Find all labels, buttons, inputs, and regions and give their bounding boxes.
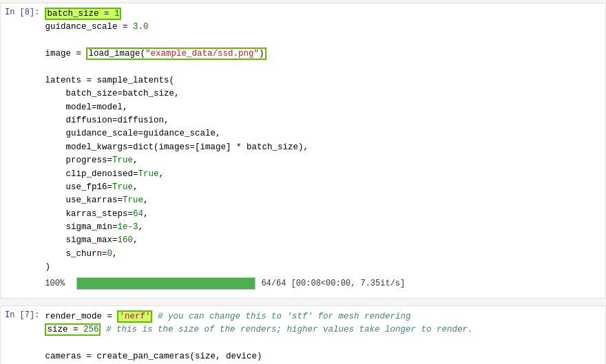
- code-line: guidance_scale = 3.0: [45, 21, 600, 34]
- size-highlight: size = 256: [45, 323, 101, 336]
- code-line: [45, 34, 600, 47]
- code-line: karras_steps=64,: [45, 208, 600, 221]
- code-line: size = 256 # this is the size of the ren…: [45, 323, 600, 336]
- code-line: image = load_image("example_data/ssd.png…: [45, 47, 600, 61]
- code-line: sigma_max=160,: [45, 234, 600, 247]
- code-line: s_churn=0,: [45, 248, 600, 261]
- code-line: [45, 336, 600, 350]
- cell-7: In [7]: render_mode = 'nerf' # you can c…: [0, 306, 606, 365]
- load-image-highlight: load_image("example_data/ssd.png"): [86, 47, 266, 60]
- code-line: [45, 61, 600, 74]
- code-line: cameras = create_pan_cameras(size, devic…: [45, 350, 600, 363]
- code-line: clip_denoised=True,: [45, 168, 600, 181]
- code-line: use_fp16=True,: [45, 181, 600, 194]
- code-line: use_karras=True,: [45, 194, 600, 207]
- cell-label-7: In [7]:: [1, 306, 42, 320]
- progress-area: 100% 64/64 [00:08<00:00, 7.35it/s]: [45, 275, 600, 294]
- code-line: batch_size=batch_size,: [45, 87, 600, 100]
- notebook-container: In [8]: batch_size = 1 guidance_scale = …: [0, 0, 606, 364]
- cell-divider: [0, 300, 606, 306]
- cell-content-8: batch_size = 1 guidance_scale = 3.0 imag…: [42, 3, 605, 298]
- progress-label: 100%: [45, 279, 71, 288]
- code-line: render_mode = 'nerf' # you can change th…: [45, 310, 600, 323]
- code-line: diffusion=diffusion,: [45, 114, 600, 127]
- cell-label-8: In [8]:: [1, 3, 42, 17]
- progress-bar: [76, 277, 255, 290]
- batch-size-highlight: batch_size = 1: [45, 8, 121, 20]
- code-line: progress=True,: [45, 154, 600, 167]
- code-line: ): [45, 261, 600, 274]
- code-line: model=model,: [45, 101, 600, 114]
- cell-8: In [8]: batch_size = 1 guidance_scale = …: [0, 3, 606, 299]
- cell-content-7: render_mode = 'nerf' # you can change th…: [42, 306, 605, 365]
- code-line: batch_size = 1: [45, 8, 600, 21]
- code-line: latents = sample_latents(: [45, 74, 600, 87]
- code-line: model_kwargs=dict(images=[image] * batch…: [45, 141, 600, 154]
- render-mode-highlight: 'nerf': [117, 310, 152, 323]
- code-line: sigma_min=1e-3,: [45, 221, 600, 234]
- progress-info: 64/64 [00:08<00:00, 7.35it/s]: [261, 279, 405, 288]
- progress-bar-fill: [77, 278, 255, 289]
- code-line: guidance_scale=guidance_scale,: [45, 127, 600, 140]
